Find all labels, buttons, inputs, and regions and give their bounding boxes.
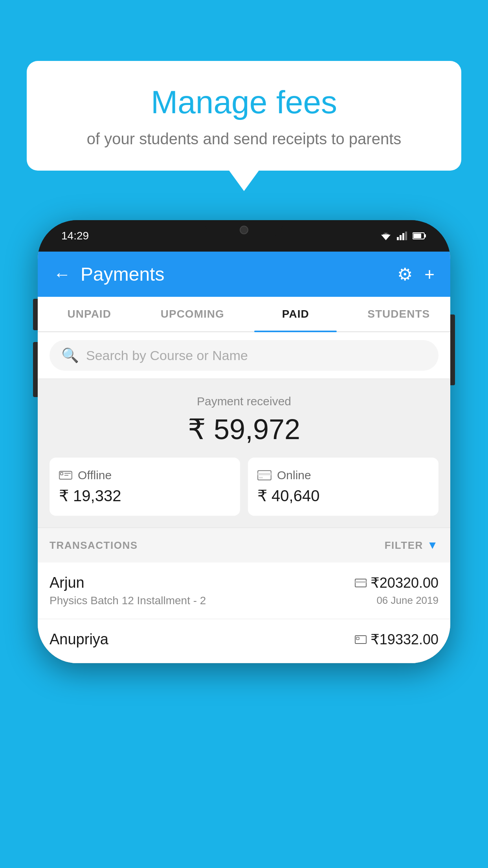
transaction-row[interactable]: Arjun Physics Batch 12 Installment - 2 ₹… bbox=[38, 563, 450, 619]
svg-rect-20 bbox=[356, 637, 359, 640]
cash-payment-icon bbox=[355, 635, 367, 644]
filter-icon: ▼ bbox=[427, 539, 438, 552]
add-icon[interactable]: + bbox=[424, 265, 435, 284]
signal-icon bbox=[397, 232, 408, 240]
status-icons bbox=[380, 232, 427, 240]
power-button bbox=[450, 314, 455, 385]
transaction-name-2: Anupriya bbox=[50, 631, 108, 648]
volume-up-button bbox=[33, 299, 38, 330]
search-container: 🔍 Search by Course or Name bbox=[38, 332, 450, 379]
transaction-amount-1: ₹20320.00 bbox=[371, 575, 438, 591]
filter-button[interactable]: FILTER ▼ bbox=[385, 539, 438, 552]
search-icon: 🔍 bbox=[61, 347, 79, 364]
offline-payment-card: Offline ₹ 19,332 bbox=[50, 458, 240, 516]
payment-cards: Offline ₹ 19,332 Online bbox=[50, 458, 438, 516]
cash-icon bbox=[59, 469, 72, 481]
battery-icon bbox=[413, 232, 427, 240]
transaction-left-2: Anupriya bbox=[50, 631, 108, 651]
back-button[interactable]: ← bbox=[53, 265, 71, 284]
transaction-name-1: Arjun bbox=[50, 574, 206, 591]
transactions-header: TRANSACTIONS FILTER ▼ bbox=[38, 528, 450, 563]
tab-unpaid[interactable]: UNPAID bbox=[38, 297, 141, 331]
bubble-title: Manage fees bbox=[46, 85, 442, 120]
offline-label: Offline bbox=[78, 469, 112, 482]
transaction-right-1: ₹20320.00 06 June 2019 bbox=[355, 575, 438, 607]
phone-frame: 14:29 bbox=[38, 220, 450, 663]
svg-rect-6 bbox=[405, 232, 407, 240]
transaction-row[interactable]: Anupriya ₹19332.00 bbox=[38, 619, 450, 663]
svg-rect-4 bbox=[400, 235, 402, 240]
app-header: ← Payments ⚙ + bbox=[38, 252, 450, 297]
svg-rect-5 bbox=[402, 233, 404, 240]
svg-rect-11 bbox=[61, 473, 63, 475]
app-screen: ← Payments ⚙ + UNPAID UPCOMING PAID bbox=[38, 252, 450, 663]
transaction-right-2: ₹19332.00 bbox=[355, 631, 438, 651]
svg-rect-18 bbox=[355, 581, 366, 583]
transaction-detail-1: Physics Batch 12 Installment - 2 bbox=[50, 594, 206, 607]
online-payment-card: Online ₹ 40,640 bbox=[248, 458, 438, 516]
search-box[interactable]: 🔍 Search by Course or Name bbox=[50, 340, 438, 371]
page-title: Payments bbox=[81, 263, 164, 285]
svg-rect-9 bbox=[413, 234, 421, 238]
online-amount: ₹ 40,640 bbox=[257, 487, 429, 505]
transaction-left-1: Arjun Physics Batch 12 Installment - 2 bbox=[50, 574, 206, 607]
settings-icon[interactable]: ⚙ bbox=[397, 264, 413, 284]
volume-down-button bbox=[33, 342, 38, 397]
payment-summary: Payment received ₹ 59,972 bbox=[38, 379, 450, 528]
tab-students[interactable]: STUDENTS bbox=[347, 297, 451, 331]
transactions-label: TRANSACTIONS bbox=[50, 539, 138, 552]
phone-notch bbox=[205, 220, 283, 240]
speech-bubble: Manage fees of your students and send re… bbox=[27, 61, 461, 171]
svg-rect-16 bbox=[259, 477, 263, 478]
payment-total-amount: ₹ 59,972 bbox=[50, 413, 438, 446]
status-time: 14:29 bbox=[61, 230, 89, 242]
phone-mockup: 14:29 bbox=[38, 220, 450, 663]
tab-upcoming[interactable]: UPCOMING bbox=[141, 297, 244, 331]
status-bar: 14:29 bbox=[38, 220, 450, 252]
offline-amount: ₹ 19,332 bbox=[59, 487, 231, 505]
header-left: ← Payments bbox=[53, 263, 164, 285]
card-icon bbox=[257, 470, 272, 480]
online-label: Online bbox=[277, 469, 311, 482]
svg-rect-8 bbox=[424, 234, 426, 237]
search-input[interactable]: Search by Course or Name bbox=[86, 348, 248, 363]
bubble-subtitle: of your students and send receipts to pa… bbox=[46, 129, 442, 149]
front-camera bbox=[240, 226, 248, 234]
tabs-bar: UNPAID UPCOMING PAID STUDENTS bbox=[38, 297, 450, 332]
card-payment-icon bbox=[355, 579, 367, 587]
payment-received-label: Payment received bbox=[50, 395, 438, 408]
header-right: ⚙ + bbox=[397, 264, 435, 284]
svg-rect-15 bbox=[258, 473, 271, 475]
transaction-date-1: 06 June 2019 bbox=[355, 594, 438, 607]
transaction-amount-2: ₹19332.00 bbox=[371, 631, 438, 648]
svg-rect-3 bbox=[397, 237, 399, 240]
wifi-icon bbox=[380, 232, 392, 240]
tab-paid[interactable]: PAID bbox=[244, 297, 347, 331]
